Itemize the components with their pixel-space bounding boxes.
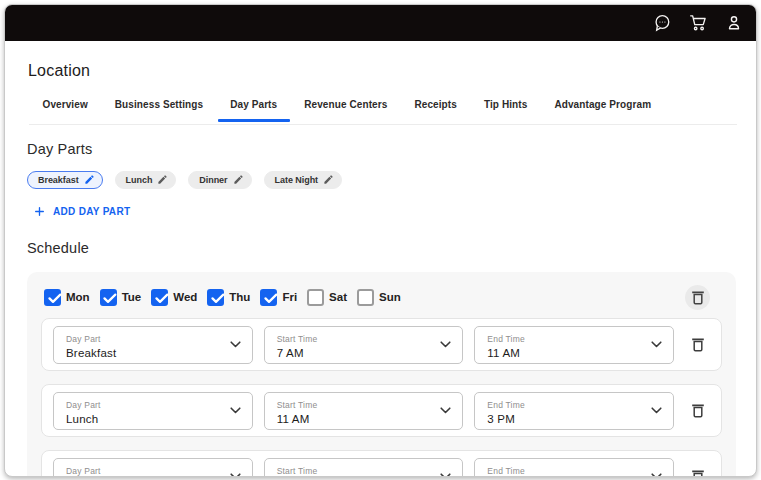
select-value: 7 AM	[277, 347, 433, 360]
chevron-down-icon	[440, 473, 451, 478]
delete-row-button[interactable]	[685, 458, 711, 478]
tab-label: Advantage Program	[554, 99, 651, 110]
day-part-rows: Day Part Breakfast Start Time 7 AM	[41, 318, 722, 477]
account-icon[interactable]	[724, 13, 744, 33]
select-field[interactable]: Start Time 11 AM	[264, 392, 464, 430]
chevron-down-icon	[440, 341, 451, 348]
chip-label: Breakfast	[38, 175, 79, 185]
weekday-checkbox[interactable]	[100, 289, 117, 306]
schedule-row: Day Part Breakfast Start Time 7 AM	[41, 318, 722, 371]
day-parts-heading: Day Parts	[27, 141, 737, 157]
tab[interactable]: Business Settings	[101, 89, 216, 124]
select-value: Lunch	[66, 413, 222, 426]
select-field[interactable]: Start Time 7 AM	[264, 326, 464, 364]
day-part-chip[interactable]: Lunch	[115, 171, 177, 189]
select-value: 3 PM	[487, 413, 643, 426]
checkmark-icon	[48, 293, 62, 304]
weekday-label: Thu	[229, 291, 250, 303]
weekday-label: Sat	[329, 291, 347, 303]
delete-row-button[interactable]	[685, 326, 711, 364]
day-part-chip[interactable]: Dinner	[188, 171, 251, 189]
edit-pencil-icon[interactable]	[157, 174, 168, 185]
select-field[interactable]: End Time 11 AM	[474, 326, 674, 364]
schedule-row: Day Part Dinner Start Time 3 PM	[41, 450, 722, 477]
tab-label: Overview	[43, 99, 88, 110]
select-label: End Time	[487, 335, 643, 345]
edit-pencil-icon[interactable]	[84, 174, 95, 185]
select-value: 11 AM	[277, 413, 433, 426]
chip-label: Lunch	[126, 175, 153, 185]
page-title: Location	[28, 62, 737, 80]
weekday-checkbox[interactable]	[307, 289, 324, 306]
tab[interactable]: Day Parts	[217, 89, 291, 124]
day-part-chip-list: Breakfast Lunch Dinner	[27, 171, 737, 189]
weekday-label: Fri	[282, 291, 297, 303]
day-part-chip[interactable]: Late Night	[264, 171, 343, 189]
edit-pencil-icon[interactable]	[233, 174, 244, 185]
select-label: Start Time	[277, 401, 433, 411]
trash-icon	[691, 469, 705, 477]
trash-icon	[691, 403, 705, 418]
select-field[interactable]: Day Part Breakfast	[53, 326, 253, 364]
chip-label: Dinner	[199, 175, 227, 185]
select-field[interactable]: Day Part Dinner	[53, 458, 253, 478]
weekday-checkbox[interactable]	[207, 289, 224, 306]
tab-label: Revenue Centers	[304, 99, 387, 110]
chat-bubble-icon[interactable]	[652, 13, 672, 33]
tab[interactable]: Overview	[29, 89, 101, 124]
chevron-down-icon	[651, 473, 662, 478]
select-value: Breakfast	[66, 347, 222, 360]
tab-label: Business Settings	[115, 99, 203, 110]
select-value: 11 AM	[487, 347, 643, 360]
weekday-toggle: Mon	[44, 289, 90, 306]
schedule-row: Day Part Lunch Start Time 11 AM	[41, 384, 722, 437]
select-label: Day Part	[66, 335, 222, 345]
weekday-checkbox[interactable]	[357, 289, 374, 306]
checkmark-icon	[264, 293, 278, 304]
main-content: Location Overview Business Settings Day …	[5, 62, 756, 477]
tab-label: Day Parts	[230, 99, 277, 110]
weekday-label: Mon	[66, 291, 90, 303]
weekday-checkbox[interactable]	[151, 289, 168, 306]
tab-label: Receipts	[414, 99, 457, 110]
select-field[interactable]: End Time 3 PM	[474, 392, 674, 430]
tab[interactable]: Tip Hints	[470, 89, 541, 124]
chevron-down-icon	[230, 341, 241, 348]
edit-pencil-icon[interactable]	[323, 174, 334, 185]
weekday-toggle: Wed	[151, 289, 197, 306]
schedule-heading: Schedule	[27, 240, 737, 256]
plus-icon	[35, 207, 44, 216]
weekday-checkbox[interactable]	[44, 289, 61, 306]
weekday-toggle: Sun	[357, 289, 401, 306]
shopping-cart-icon[interactable]	[688, 13, 708, 33]
chevron-down-icon	[230, 407, 241, 414]
tab-label: Tip Hints	[484, 99, 528, 110]
delete-row-button[interactable]	[685, 392, 711, 430]
weekday-toggle: Fri	[260, 289, 297, 306]
tab[interactable]: Receipts	[401, 89, 471, 124]
weekday-toggle: Sat	[307, 289, 347, 306]
app-window: Location Overview Business Settings Day …	[4, 4, 757, 477]
select-field[interactable]: Start Time 3 PM	[264, 458, 464, 478]
add-day-part-button[interactable]: ADD DAY PART	[35, 206, 130, 217]
schedule-card: Mon Tue	[27, 272, 736, 477]
tab[interactable]: Revenue Centers	[291, 89, 401, 124]
tab[interactable]: Advantage Program	[541, 89, 665, 124]
day-part-chip[interactable]: Breakfast	[27, 171, 103, 189]
weekday-checkbox[interactable]	[260, 289, 277, 306]
select-field[interactable]: End Time	[474, 458, 674, 478]
schedule-section: Schedule Mon	[27, 240, 737, 477]
chevron-down-icon	[651, 341, 662, 348]
weekday-toggle: Thu	[207, 289, 250, 306]
trash-icon	[691, 337, 705, 352]
delete-schedule-button[interactable]	[685, 285, 710, 310]
select-field[interactable]: Day Part Lunch	[53, 392, 253, 430]
trash-icon	[691, 290, 705, 305]
select-label: Start Time	[277, 467, 433, 477]
weekday-toggle: Tue	[100, 289, 142, 306]
chevron-down-icon	[230, 473, 241, 478]
chip-label: Late Night	[275, 175, 319, 185]
select-label: End Time	[487, 467, 643, 477]
weekday-label: Wed	[173, 291, 197, 303]
select-label: Day Part	[66, 401, 222, 411]
